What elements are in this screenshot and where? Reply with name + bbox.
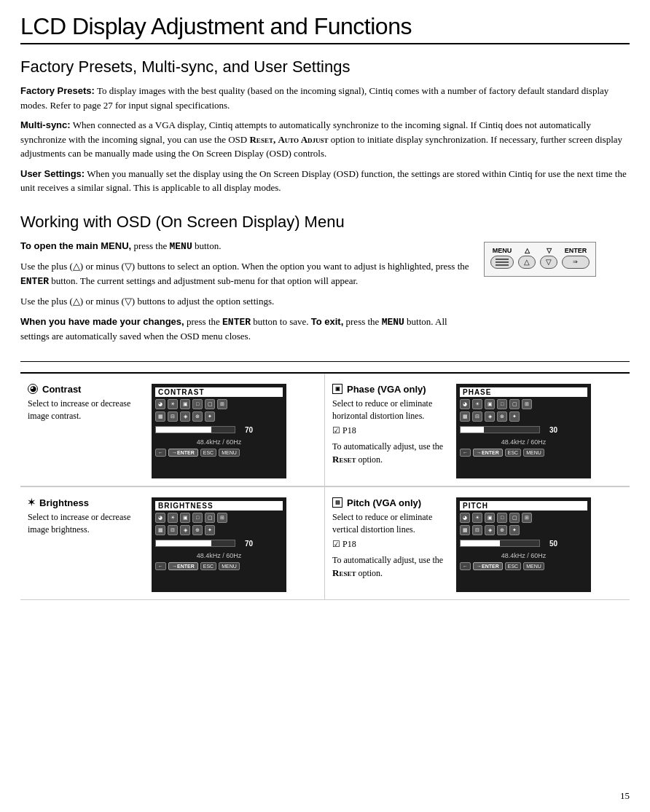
phase-icon: ▣ [332, 384, 342, 394]
multisync-reset: Reset, [249, 134, 275, 145]
phase-icon-row: ◕ ☀ ▣ □ ▢ ⊞ [460, 399, 587, 409]
contrast-bottom-btns: ← →ENTER ESC MENU [155, 449, 283, 457]
brightness-cell: ✶ Brightness Select to increase or decre… [20, 486, 325, 600]
contrast-bar-row: 70 [155, 426, 283, 434]
enter-button-icon: ⇒ [562, 256, 590, 269]
brightness-desc: Select to increase or decrease image bri… [28, 511, 144, 537]
contrast-osd-screen: CONTRAST ◕ ☀ ▣ □ ▢ ⊞ ▦ ⊟ ◈ ⊕ ✦ [152, 384, 286, 478]
brightness-icon: ✶ [28, 497, 35, 508]
brightness-osd-screen: BRIGHTNESS ◕ ☀ ▣ □ ▢ ⊞ ▦ ⊟ ◈ ⊕ ✦ [152, 497, 286, 592]
brightness-osd-icon-10: ⊕ [192, 525, 203, 535]
brightness-bar-fill [156, 540, 211, 546]
osd-para1-text: press the [133, 240, 169, 251]
brightness-bar-value: 70 [238, 540, 253, 548]
svg-rect-2 [496, 264, 509, 266]
factory-presets-text: To display images with the best quality … [20, 85, 608, 111]
pitch-icon-row2: ▦ ⊟ ◈ ⊕ ✦ [460, 525, 587, 535]
phase-osd-icon-11: ✦ [509, 411, 520, 422]
osd-enter-kw1: ENTER [20, 276, 49, 287]
contrast-desc: Select to increase or decrease image con… [28, 398, 144, 423]
pitch-osd-icon-4: □ [497, 513, 507, 523]
brightness-bottom-btns: ← →ENTER ESC MENU [155, 562, 283, 570]
osd-text-block: To open the main MENU, press the MENU bu… [20, 239, 472, 350]
up-label: △ [518, 247, 536, 254]
pitch-bar-value: 50 [543, 540, 557, 548]
osd-open-menu-bold: To open the main MENU, [20, 240, 131, 251]
pitch-osd-icon-11: ✦ [509, 525, 520, 535]
pitch-nav-btn: ← [460, 562, 471, 570]
brightness-osd-icon-9: ◈ [180, 525, 190, 535]
svg-rect-1 [496, 261, 509, 263]
user-settings-para: User Settings: When you manually set the… [20, 167, 630, 195]
brightness-freq: 48.4kHz / 60Hz [155, 552, 283, 559]
contrast-icon: ◕ [28, 384, 38, 394]
contrast-esc-btn: ESC [200, 449, 216, 457]
pitch-osd-icon-3: ▣ [485, 513, 495, 523]
osd-para3: Use the plus (△) or minus (▽) buttons to… [20, 294, 472, 309]
phase-osd-icon-10: ⊕ [497, 411, 507, 422]
phase-freq: 48.4kHz / 60Hz [460, 438, 587, 446]
osd-enter-kw2: ENTER [222, 317, 251, 328]
pitch-bar-row: 50 [460, 540, 587, 548]
brightness-osd-icon-11: ✦ [205, 525, 215, 535]
contrast-cell: ◕ Contrast Select to increase or decreas… [20, 374, 325, 486]
adjustment-grid: ◕ Contrast Select to increase or decreas… [20, 372, 630, 600]
multisync-label: Multi-sync: [20, 119, 71, 130]
phase-osd-icon-8: ⊟ [472, 411, 482, 422]
pitch-esc-btn: ESC [505, 562, 521, 570]
factory-presets-para: Factory Presets: To display images with … [20, 84, 630, 112]
pitch-icon: ▤ [332, 497, 342, 508]
phase-reset-kw: Reset [332, 454, 356, 465]
phase-cell: ▣ Phase (VGA only) Select to reduce or e… [325, 374, 630, 486]
brightness-esc-btn: ESC [200, 562, 216, 570]
brightness-icon-row: ◕ ☀ ▣ □ ▢ ⊞ [155, 513, 283, 523]
osd-icon-6: ⊞ [217, 399, 227, 409]
phase-bar-value: 30 [543, 426, 557, 434]
pitch-osd-icon-7: ▦ [460, 525, 470, 535]
phase-desc2: To automatically adjust, use the Reset o… [332, 441, 449, 467]
osd-icon-8: ⊟ [168, 411, 178, 422]
enter-label: ENTER [562, 247, 590, 254]
pitch-bottom-btns: ← →ENTER ESC MENU [460, 562, 587, 570]
contrast-freq: 48.4kHz / 60Hz [155, 438, 283, 446]
phase-osd-screen: PHASE ◕ ☀ ▣ □ ▢ ⊞ ▦ ⊟ ◈ ⊕ ✦ [456, 384, 591, 478]
pitch-osd-icon-8: ⊟ [472, 525, 482, 535]
menu-label: MENU [490, 247, 514, 254]
pitch-osd-screen: PITCH ◕ ☀ ▣ □ ▢ ⊞ ▦ ⊟ ◈ ⊕ ✦ [456, 497, 591, 592]
multisync-auto: Auto Adjust [278, 134, 328, 145]
brightness-menu-btn: MENU [219, 562, 240, 570]
osd-menu-kw2: MENU [382, 317, 404, 328]
pitch-osd-icon-6: ⊞ [522, 513, 532, 523]
osd-para4-text: press the [187, 316, 222, 327]
factory-presets-label: Factory Presets: [20, 85, 95, 96]
factory-presets-heading: Factory Presets, Multi-sync, and User Se… [20, 58, 630, 76]
menu-button-icon [490, 256, 514, 269]
phase-menu-btn: MENU [523, 449, 544, 457]
phase-desc-ref: ☑ P18 [332, 425, 449, 437]
osd-button-box: MENU △ ▽ ENTER △ ▽ ⇒ [484, 242, 596, 277]
phase-enter-btn: →ENTER [473, 449, 503, 457]
phase-bar-fill [461, 427, 484, 433]
phase-osd-icon-3: ▣ [485, 399, 495, 409]
phase-title: ▣ Phase (VGA only) [332, 384, 449, 395]
contrast-bar-value: 70 [238, 426, 253, 434]
phase-inner: ▣ Phase (VGA only) Select to reduce or e… [332, 384, 622, 478]
page-title: LCD Display Adjustment and Functions [20, 13, 630, 44]
pitch-bar-track [460, 540, 540, 547]
pitch-osd-icon-1: ◕ [460, 513, 470, 523]
contrast-inner: ◕ Contrast Select to increase or decreas… [28, 384, 317, 478]
brightness-screen-title: BRIGHTNESS [155, 501, 283, 511]
contrast-screen: CONTRAST ◕ ☀ ▣ □ ▢ ⊞ ▦ ⊟ ◈ ⊕ ✦ [152, 384, 317, 478]
pitch-title: ▤ Pitch (VGA only) [332, 497, 449, 508]
down-label: ▽ [540, 247, 557, 254]
phase-bar-row: 30 [460, 426, 587, 434]
pitch-osd-icon-9: ◈ [485, 525, 495, 535]
brightness-bar-track [155, 540, 235, 547]
osd-para2-text: Use the plus (△) or minus (▽) buttons to… [20, 261, 469, 272]
pitch-reset-kw: Reset [332, 567, 356, 578]
phase-osd-icon-5: ▢ [509, 399, 520, 409]
brightness-osd-icon-6: ⊞ [217, 513, 227, 523]
pitch-text: ▤ Pitch (VGA only) Select to reduce or e… [332, 497, 449, 592]
phase-screen: PHASE ◕ ☀ ▣ □ ▢ ⊞ ▦ ⊟ ◈ ⊕ ✦ [456, 384, 622, 478]
osd-para2-text2: button. The current settings and adjustm… [51, 275, 358, 286]
